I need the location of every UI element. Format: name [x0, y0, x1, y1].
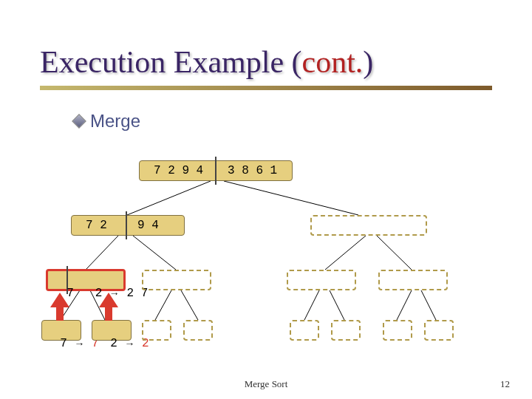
node-l3-8	[424, 320, 454, 341]
node-l2-b	[142, 270, 211, 290]
svg-line-9	[181, 290, 198, 320]
svg-line-13	[421, 290, 436, 320]
l3-2-text: 2 → 2	[96, 324, 149, 350]
bullet-text: Merge	[90, 111, 140, 132]
arrow-icon: →	[124, 338, 134, 349]
svg-line-12	[397, 290, 412, 320]
arrow-icon: →	[74, 338, 84, 349]
node-l3-3	[142, 320, 171, 341]
svg-marker-14	[50, 293, 69, 321]
node-l3-6	[331, 320, 361, 341]
root-separator	[215, 157, 216, 185]
footer-center: Merge Sort	[0, 378, 532, 390]
svg-line-2	[86, 236, 118, 270]
slide-title: Execution Example (cont.)	[40, 44, 373, 80]
node-l3-7	[383, 320, 412, 341]
up-arrow-icon-2	[98, 293, 120, 321]
root-right-text: 3 8 6 1	[228, 164, 277, 177]
l3-1-text: 7 → 7	[46, 324, 99, 350]
node-l2-d	[378, 270, 448, 290]
title-close: )	[363, 45, 373, 79]
svg-line-10	[304, 290, 319, 320]
l1-left-b: 9 4	[137, 219, 159, 232]
l1-left-separator	[126, 211, 127, 239]
svg-marker-15	[99, 293, 118, 321]
svg-line-1	[224, 181, 358, 215]
l1-left-a: 7 2	[86, 219, 107, 232]
node-l3-5	[290, 320, 319, 341]
title-underline	[40, 86, 492, 90]
svg-line-5	[377, 236, 412, 270]
title-cont: cont.	[302, 45, 364, 79]
footer-page: 12	[500, 378, 510, 390]
node-l3-4	[183, 320, 213, 341]
svg-line-11	[330, 290, 344, 320]
svg-line-0	[127, 181, 211, 215]
root-left-text: 7 2 9 4	[154, 164, 203, 177]
svg-line-8	[155, 290, 171, 320]
l3-1-in: 7	[60, 337, 67, 350]
title-text: Execution Example (	[40, 45, 302, 79]
up-arrow-icon-1	[49, 293, 71, 321]
svg-line-4	[325, 236, 366, 270]
l3-2-in: 2	[110, 337, 117, 350]
node-l1-right	[310, 215, 427, 236]
svg-line-3	[133, 236, 176, 270]
bullet-row: Merge	[74, 111, 140, 132]
diamond-icon	[72, 114, 86, 129]
node-l2-c	[287, 270, 356, 290]
